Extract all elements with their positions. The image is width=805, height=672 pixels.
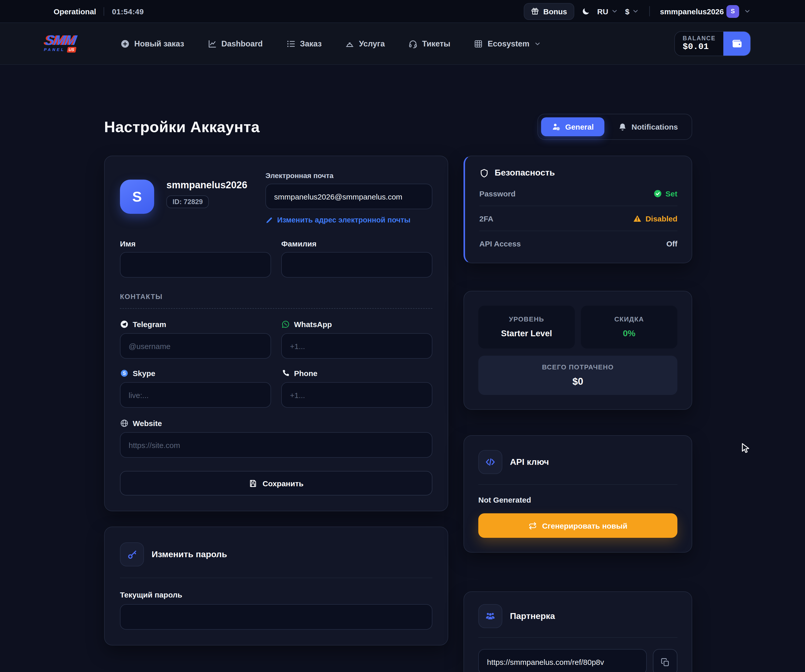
referral-link-field[interactable] bbox=[478, 649, 647, 672]
change-password-card: Изменить пароль Текущий пароль bbox=[104, 526, 448, 646]
first-name-label: Имя bbox=[120, 239, 271, 248]
telegram-icon bbox=[120, 320, 129, 329]
brand-logo[interactable]: SMM PANEL US bbox=[43, 35, 90, 52]
nav-item-tickets[interactable]: Тикеты bbox=[408, 39, 450, 48]
globe-icon bbox=[120, 419, 129, 428]
status-badge: Set bbox=[653, 189, 677, 198]
service-status: Operational bbox=[54, 7, 96, 16]
api-key-card: API ключ Not Generated Сгенерировать нов… bbox=[463, 435, 692, 552]
nav-item-label: Тикеты bbox=[422, 39, 450, 48]
add-funds-button[interactable] bbox=[723, 32, 751, 56]
generate-label: Сгенерировать новый bbox=[542, 521, 628, 530]
nav-item-new-order[interactable]: Новый заказ bbox=[120, 39, 184, 48]
svg-text:S: S bbox=[123, 371, 126, 376]
plus-circle-icon bbox=[120, 39, 130, 48]
email-field[interactable] bbox=[265, 184, 432, 209]
security-card: Безопасность Password Set 2FA Disab bbox=[463, 156, 692, 263]
divider bbox=[478, 484, 677, 485]
nav-item-orders[interactable]: Заказ bbox=[286, 39, 322, 48]
row-label: API Access bbox=[479, 239, 521, 248]
divider bbox=[478, 637, 677, 638]
change-email-link[interactable]: Изменить адрес электронной почты bbox=[265, 216, 432, 224]
headset-icon bbox=[408, 39, 417, 48]
settings-tabs: General Notifications bbox=[538, 114, 692, 140]
save-label: Сохранить bbox=[263, 479, 304, 488]
copy-referral-button[interactable] bbox=[653, 649, 677, 672]
last-name-field[interactable] bbox=[281, 252, 432, 278]
security-row-api-access: API Access Off bbox=[479, 231, 677, 256]
nav-item-ecosystem[interactable]: Ecosystem bbox=[474, 39, 541, 48]
bonus-label: Bonus bbox=[543, 7, 567, 16]
tab-general[interactable]: General bbox=[541, 117, 605, 136]
first-name-field[interactable] bbox=[120, 252, 271, 278]
current-password-field[interactable] bbox=[120, 604, 432, 629]
list-icon bbox=[286, 39, 295, 48]
divider bbox=[120, 578, 432, 578]
currency-selector[interactable]: $ bbox=[625, 7, 639, 16]
generate-api-key-button[interactable]: Сгенерировать новый bbox=[478, 513, 677, 538]
telegram-label: Telegram bbox=[133, 320, 166, 329]
phone-field[interactable] bbox=[281, 382, 432, 408]
chevron-down-icon bbox=[611, 8, 618, 15]
app-root: Operational 01:54:49 Bonus RU $ smmpanel… bbox=[0, 0, 805, 672]
language-selector[interactable]: RU bbox=[597, 7, 618, 16]
page-title: Настройки Аккаунта bbox=[104, 118, 260, 136]
balance-value: $0.01 bbox=[683, 42, 716, 52]
contacts-heading: КОНТАКТЫ bbox=[120, 293, 432, 300]
account-menu[interactable]: smmpanelus2026 S bbox=[660, 5, 751, 18]
main-navbar: SMM PANEL US Новый заказ Dashboard Заказ… bbox=[0, 23, 805, 65]
skype-icon: S bbox=[120, 369, 129, 378]
check-circle-icon bbox=[653, 189, 662, 198]
api-key-title: API ключ bbox=[510, 457, 549, 467]
profile-card: S smmpanelus2026 ID: 72829 Электронная п… bbox=[104, 156, 448, 511]
total-spent-tile: ВСЕГО ПОТРАЧЕНО $0 bbox=[478, 356, 677, 395]
settings-page: Настройки Аккаунта General Notifications bbox=[0, 114, 805, 672]
chart-line-icon bbox=[207, 39, 217, 48]
security-row-password: Password Set bbox=[479, 181, 677, 206]
skype-field[interactable] bbox=[120, 382, 271, 408]
nav-items: Новый заказ Dashboard Заказ Услуга Тикет… bbox=[120, 39, 541, 48]
pencil-icon bbox=[265, 216, 273, 224]
balance-widget[interactable]: BALANCE $0.01 bbox=[675, 31, 751, 56]
phone-icon bbox=[281, 369, 290, 378]
chevron-down-icon bbox=[744, 8, 751, 15]
tab-notifications[interactable]: Notifications bbox=[608, 117, 688, 136]
copy-icon bbox=[660, 658, 670, 667]
balance-label: BALANCE bbox=[683, 35, 716, 41]
bell-icon bbox=[618, 123, 627, 131]
level-value: Starter Level bbox=[482, 329, 571, 338]
skype-label: Skype bbox=[133, 369, 155, 378]
nav-item-label: Ecosystem bbox=[488, 39, 530, 48]
chevron-down-icon bbox=[534, 40, 541, 47]
nav-item-label: Новый заказ bbox=[134, 39, 184, 48]
top-status-bar: Operational 01:54:49 Bonus RU $ smmpanel… bbox=[0, 0, 805, 23]
moon-icon[interactable] bbox=[582, 7, 590, 16]
whatsapp-field[interactable] bbox=[281, 333, 432, 359]
nav-item-dashboard[interactable]: Dashboard bbox=[207, 39, 263, 48]
level-card: УРОВЕНЬ Starter Level СКИДКА 0% ВСЕГО ПО… bbox=[463, 291, 692, 410]
change-email-label: Изменить адрес электронной почты bbox=[277, 216, 411, 224]
nav-item-label: Услуга bbox=[359, 39, 384, 48]
phone-label: Phone bbox=[294, 369, 317, 378]
nav-item-label: Dashboard bbox=[221, 39, 263, 48]
save-button[interactable]: Сохранить bbox=[120, 471, 432, 495]
key-icon-tile bbox=[120, 543, 144, 566]
email-label: Электронная почта bbox=[265, 171, 432, 180]
website-field[interactable] bbox=[120, 432, 432, 458]
discount-label: СКИДКА bbox=[585, 315, 673, 323]
user-id-badge: ID: 72829 bbox=[166, 195, 209, 208]
bell-concierge-icon bbox=[345, 39, 354, 48]
total-spent-label: ВСЕГО ПОТРАЧЕНО bbox=[482, 363, 673, 371]
language-value: RU bbox=[597, 7, 608, 16]
nav-item-label: Заказ bbox=[300, 39, 322, 48]
row-label: Password bbox=[479, 189, 516, 198]
bonus-button[interactable]: Bonus bbox=[524, 3, 574, 20]
tab-label: Notifications bbox=[631, 123, 678, 131]
nav-item-services[interactable]: Услуга bbox=[345, 39, 384, 48]
uptime-clock: 01:54:49 bbox=[112, 7, 144, 16]
website-label: Website bbox=[133, 419, 162, 428]
row-value: Set bbox=[665, 189, 677, 198]
users-icon-tile bbox=[478, 604, 502, 628]
telegram-field[interactable] bbox=[120, 333, 271, 359]
referral-card: Партнерка bbox=[463, 592, 692, 672]
